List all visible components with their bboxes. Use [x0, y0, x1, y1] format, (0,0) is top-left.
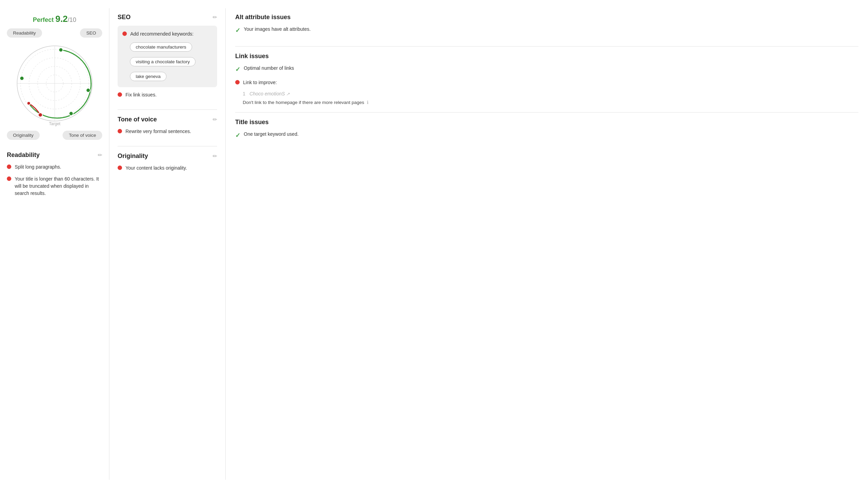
radar-top-labels: Readability SEO — [7, 28, 102, 38]
keyword-chip-1[interactable]: chocolate manufacturers — [130, 42, 192, 52]
readability-section: Readability ✏ Split long paragraphs. You… — [7, 146, 102, 202]
score-denom: /10 — [68, 16, 76, 23]
keyword-chip-2[interactable]: visiting a chocolate factory — [130, 57, 196, 66]
originality-header: Originality ✏ — [118, 153, 217, 160]
dot-red — [118, 129, 122, 133]
link-issues-section: Link issues ✓ Optimal number of links Li… — [235, 53, 858, 113]
label-tone-of-voice: Tone of voice — [63, 131, 102, 140]
originality-title: Originality — [118, 153, 148, 160]
originality-edit-icon[interactable]: ✏ — [213, 153, 217, 159]
readability-title: Readability — [7, 151, 40, 159]
label-seo: SEO — [80, 28, 102, 38]
checkmark-icon: ✓ — [235, 26, 240, 35]
link-issue-item-1: Optimal number of links — [244, 65, 294, 72]
svg-point-9 — [69, 111, 73, 116]
right-panel: Alt attribute issues ✓ Your images have … — [226, 8, 868, 480]
list-item: Your title is longer than 60 characters.… — [7, 175, 102, 197]
score-num: 9.2 — [55, 14, 68, 24]
score-label: Perfect 9.2/10 — [33, 16, 76, 23]
score-section: Perfect 9.2/10 — [7, 14, 102, 24]
svg-text:Target: Target — [49, 121, 61, 126]
keywords-label-item: Add recommended keywords: — [122, 30, 212, 38]
keywords-list: chocolate manufacturers visiting a choco… — [122, 42, 212, 84]
list-item: ✓ One target keyword used. — [235, 131, 858, 140]
list-item: Split long paragraphs. — [7, 163, 102, 171]
dot-red — [235, 80, 240, 84]
keyword-chip-3[interactable]: lake geneva — [130, 72, 166, 81]
label-readability: Readability — [7, 28, 42, 38]
dot-red — [118, 166, 122, 170]
readability-list: Split long paragraphs. Your title is lon… — [7, 163, 102, 197]
title-issues-list: ✓ One target keyword used. — [235, 131, 858, 140]
keyword-row: visiting a chocolate factory — [130, 57, 212, 66]
alt-issues-title: Alt attribute issues — [235, 14, 291, 21]
svg-point-12 — [27, 102, 30, 105]
link-improve-num: 1 — [243, 91, 245, 96]
svg-point-10 — [20, 76, 24, 80]
tone-item-1: Rewrite very formal sentences. — [125, 128, 191, 135]
left-panel: Perfect 9.2/10 Readability SEO — [0, 8, 109, 480]
svg-point-8 — [86, 88, 90, 92]
readability-item-2: Your title is longer than 60 characters.… — [15, 175, 102, 197]
tone-header: Tone of voice ✏ — [118, 116, 217, 123]
title-issues-section: Title issues ✓ One target keyword used. — [235, 119, 858, 151]
originality-section: Originality ✏ Your content lacks origina… — [118, 153, 217, 183]
readability-edit-icon[interactable]: ✏ — [98, 152, 102, 158]
label-originality: Originality — [7, 131, 40, 140]
link-issue-item-2: Link to improve: — [243, 79, 277, 86]
list-item: Rewrite very formal sentences. — [118, 128, 217, 135]
seo-list: Fix link issues. — [118, 91, 217, 98]
tone-title: Tone of voice — [118, 116, 157, 123]
keywords-label: Add recommended keywords: — [130, 30, 193, 38]
readability-item-1: Split long paragraphs. — [15, 163, 61, 171]
link-improve-detail: 1 Choco emotionS ↗ Don't link to the hom… — [235, 91, 858, 106]
keywords-box: Add recommended keywords: chocolate manu… — [118, 26, 217, 87]
title-issues-title: Title issues — [235, 119, 269, 126]
tone-list: Rewrite very formal sentences. — [118, 128, 217, 135]
link-improve-row: 1 Choco emotionS ↗ — [243, 91, 858, 96]
link-issues-title: Link issues — [235, 53, 269, 60]
link-issues-list: ✓ Optimal number of links Link to improv… — [235, 65, 858, 86]
tone-of-voice-section: Tone of voice ✏ Rewrite very formal sent… — [118, 116, 217, 146]
radar-bottom-labels: Originality Tone of voice — [7, 131, 102, 140]
title-issue-item-1: One target keyword used. — [244, 131, 298, 138]
link-improve-name[interactable]: Choco emotionS ↗ — [250, 91, 290, 96]
dot-red — [7, 176, 11, 181]
external-link-icon: ↗ — [286, 92, 290, 96]
score-prefix: Perfect — [33, 16, 55, 23]
list-item: Fix link issues. — [118, 91, 217, 98]
radar-chart: Target — [10, 39, 99, 128]
seo-header: SEO ✏ — [118, 14, 217, 21]
originality-item-1: Your content lacks originality. — [125, 164, 187, 172]
dot-red — [7, 164, 11, 169]
dot-red — [118, 92, 122, 97]
seo-section: SEO ✏ Add recommended keywords: chocolat… — [118, 14, 217, 110]
seo-title: SEO — [118, 14, 131, 21]
dot-red — [122, 31, 127, 36]
checkmark-icon: ✓ — [235, 131, 240, 140]
mid-panel: SEO ✏ Add recommended keywords: chocolat… — [109, 8, 226, 480]
svg-point-7 — [59, 48, 63, 52]
originality-list: Your content lacks originality. — [118, 164, 217, 172]
checkmark-icon: ✓ — [235, 65, 240, 74]
alt-issues-header: Alt attribute issues — [235, 14, 858, 21]
list-item: Your content lacks originality. — [118, 164, 217, 172]
seo-edit-icon[interactable]: ✏ — [213, 14, 217, 21]
alt-issues-section: Alt attribute issues ✓ Your images have … — [235, 14, 858, 47]
tone-edit-icon[interactable]: ✏ — [213, 116, 217, 123]
alt-issues-list: ✓ Your images have alt attributes. — [235, 26, 858, 35]
readability-header: Readability ✏ — [7, 151, 102, 159]
seo-item-1: Fix link issues. — [125, 91, 157, 98]
keyword-row: chocolate manufacturers — [130, 42, 212, 52]
title-issues-header: Title issues — [235, 119, 858, 126]
alt-issue-item-1: Your images have alt attributes. — [244, 26, 311, 33]
list-item: ✓ Optimal number of links — [235, 65, 858, 74]
svg-point-11 — [38, 113, 42, 117]
keyword-row: lake geneva — [130, 72, 212, 81]
info-icon: ℹ — [365, 100, 369, 105]
link-improve-desc: Don't link to the homepage if there are … — [243, 99, 858, 106]
list-item: ✓ Your images have alt attributes. — [235, 26, 858, 35]
link-issues-header: Link issues — [235, 53, 858, 60]
list-item: Link to improve: — [235, 79, 858, 86]
